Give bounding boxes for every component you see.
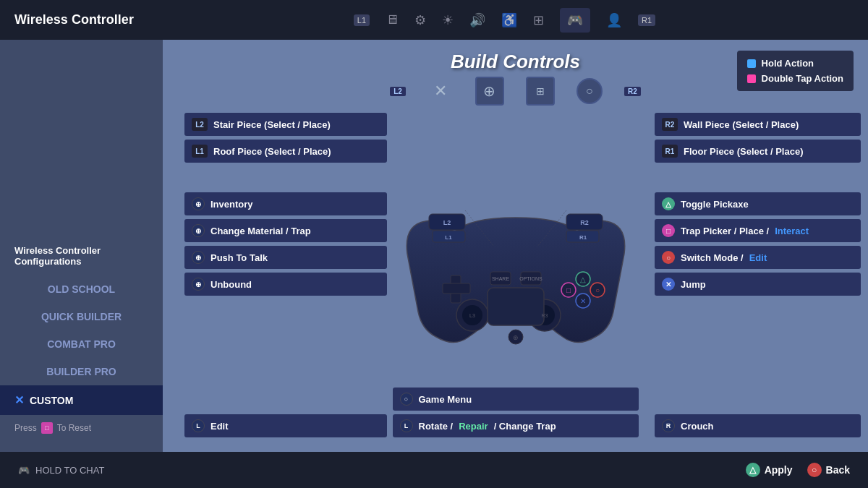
unbound-label: Unbound (210, 279, 252, 290)
svg-rect-9 (443, 283, 470, 294)
edit-highlight: Edit (749, 252, 767, 263)
left-mappings-mid: ⊕ Inventory ⊕ Change Material / Trap ⊕ P… (184, 192, 387, 296)
bottom-left: 🎮 HOLD TO CHAT (18, 465, 104, 476)
change-trap-label: / Change Trap (494, 421, 556, 432)
center-panel: Build Controls Hold Action Double Tap Ac… (163, 40, 868, 452)
edit-btn[interactable]: L Edit (184, 414, 387, 437)
dpad-icon: ⊕ (192, 197, 205, 210)
reset-suffix-label: To Reset (57, 423, 91, 433)
right-mappings-top: R2 Wall Piece (Select / Place) R1 Floor … (655, 113, 861, 163)
rotate-btn[interactable]: L Rotate / Repair / Change Trap (393, 414, 639, 437)
l3-icon: L (192, 419, 205, 432)
r1-badge[interactable]: R1 (638, 14, 655, 26)
change-material-btn[interactable]: ⊕ Change Material / Trap (184, 219, 387, 242)
accessibility-icon[interactable]: ♿ (501, 12, 517, 28)
push-to-talk-label: Push To Talk (210, 252, 268, 263)
sidebar-item-oldschool[interactable]: OLD SCHOOL (0, 275, 163, 303)
display-icon[interactable]: 🖥 (386, 12, 399, 27)
svg-text:R2: R2 (580, 219, 589, 226)
left-mappings-top: L2 Stair Piece (Select / Place) L1 Roof … (184, 113, 387, 163)
sidebar-item-builderpro[interactable]: BUILDER PRO (0, 358, 163, 385)
controller-svg: L2 R2 L1 R1 (396, 203, 635, 359)
wall-piece-btn[interactable]: R2 Wall Piece (Select / Place) (655, 113, 861, 136)
sidebar-item-combatpro[interactable]: COMBAT PRO (0, 330, 163, 358)
jump-btn[interactable]: ✕ Jump (655, 273, 861, 296)
stair-piece-btn[interactable]: L2 Stair Piece (Select / Place) (184, 113, 387, 136)
floor-piece-btn[interactable]: R1 Floor Piece (Select / Place) (655, 140, 861, 163)
svg-text:L1: L1 (445, 234, 452, 241)
dpad3-icon: ⊕ (192, 251, 205, 264)
svg-text:△: △ (580, 275, 586, 283)
custom-label: CUSTOM (30, 395, 73, 406)
apply-label: Apply (765, 464, 793, 476)
switch-mode-label: Switch Mode / (681, 252, 744, 263)
svg-text:⊛: ⊛ (513, 334, 519, 341)
repair-highlight: Repair (459, 421, 488, 432)
reset-press-label: Press (14, 423, 37, 433)
game-menu-btn[interactable]: ○ Game Menu (393, 388, 639, 411)
profile-icon[interactable]: 👤 (606, 12, 622, 28)
sidebar-title: Wireless ControllerConfigurations (0, 245, 163, 275)
back-label: Back (826, 464, 850, 476)
change-material-label: Change Material / Trap (210, 226, 311, 236)
sound-icon[interactable]: 🔊 (469, 12, 485, 28)
unbound-btn[interactable]: ⊕ Unbound (184, 273, 387, 296)
sidebar-item-custom[interactable]: ✕ CUSTOM (0, 385, 163, 415)
toggle-pickaxe-label: Toggle Pickaxe (681, 199, 749, 210)
r3-icon: R (662, 419, 675, 432)
inventory-btn[interactable]: ⊕ Inventory (184, 192, 387, 215)
triangle-icon: △ (662, 197, 675, 210)
dpad4-icon: ⊕ (192, 278, 205, 291)
square-icon: □ (662, 224, 675, 237)
circle-btn-icon: ○ (662, 251, 675, 264)
options-icon: ○ (400, 393, 413, 406)
l1-badge[interactable]: L1 (354, 14, 370, 26)
right-mappings-bottom: R Crouch (655, 414, 861, 437)
floor-piece-label: Floor Piece (Select / Place) (684, 146, 803, 157)
svg-text:L2: L2 (443, 219, 451, 226)
roof-piece-btn[interactable]: L1 Roof Piece (Select / Place) (184, 140, 387, 163)
rotate-label: Rotate / (419, 421, 454, 432)
dpad2-icon: ⊕ (192, 224, 205, 237)
grid-icon: ⊞ (526, 77, 555, 106)
push-to-talk-btn[interactable]: ⊕ Push To Talk (184, 246, 387, 269)
svg-text:○: ○ (595, 286, 599, 294)
l2-icon-group: L2 (390, 87, 406, 96)
controller-visual: L2 R2 L1 R1 (396, 203, 635, 361)
back-button[interactable]: ○ Back (807, 463, 850, 477)
legend: Hold Action Double Tap Action (737, 51, 854, 91)
trap-picker-label: Trap Picker / Place / (681, 226, 769, 236)
trap-picker-btn[interactable]: □ Trap Picker / Place / Interact (655, 219, 861, 242)
window-title: Wireless Controller (14, 12, 134, 27)
l2-badge: L2 (390, 87, 406, 96)
edit-label: Edit (210, 421, 229, 432)
x-icon: ✕ (14, 393, 24, 407)
l3-icon2: L (400, 419, 413, 432)
apply-button[interactable]: △ Apply (746, 463, 793, 477)
bottom-right: △ Apply ○ Back (746, 463, 850, 477)
sidebar-item-quickbuilder[interactable]: QUICK BUILDER (0, 303, 163, 330)
l1-label: L1 (192, 145, 208, 158)
main-content: Wireless ControllerConfigurations OLD SC… (0, 40, 868, 452)
inventory-label: Inventory (210, 199, 253, 210)
toggle-pickaxe-btn[interactable]: △ Toggle Pickaxe (655, 192, 861, 215)
r2-label: R2 (662, 118, 678, 131)
left-mappings-bottom: L Edit (184, 414, 387, 437)
svg-text:OPTIONS: OPTIONS (519, 276, 542, 281)
center-mappings-bottom: ○ Game Menu L Rotate / Repair / Change T… (393, 388, 639, 437)
network-icon[interactable]: ⊞ (533, 12, 544, 28)
stair-piece-label: Stair Piece (Select / Place) (213, 119, 331, 130)
bottom-bar: 🎮 HOLD TO CHAT △ Apply ○ Back (0, 452, 868, 488)
brightness-icon[interactable]: ☀ (442, 12, 454, 28)
reset-square-icon: □ (41, 422, 53, 434)
svg-rect-18 (488, 288, 544, 325)
legend-double-dot (747, 74, 756, 83)
top-nav-icons: L1 🖥 ⚙ ☀ 🔊 ♿ ⊞ 🎮 👤 R1 (156, 8, 854, 33)
circle-icon: ○ (576, 78, 603, 104)
switch-mode-btn[interactable]: ○ Switch Mode / Edit (655, 246, 861, 269)
settings-icon[interactable]: ⚙ (414, 12, 426, 28)
legend-double: Double Tap Action (747, 73, 843, 84)
crouch-btn[interactable]: R Crouch (655, 414, 861, 437)
controller-icon[interactable]: 🎮 (560, 8, 590, 33)
legend-hold-label: Hold Action (762, 58, 814, 69)
